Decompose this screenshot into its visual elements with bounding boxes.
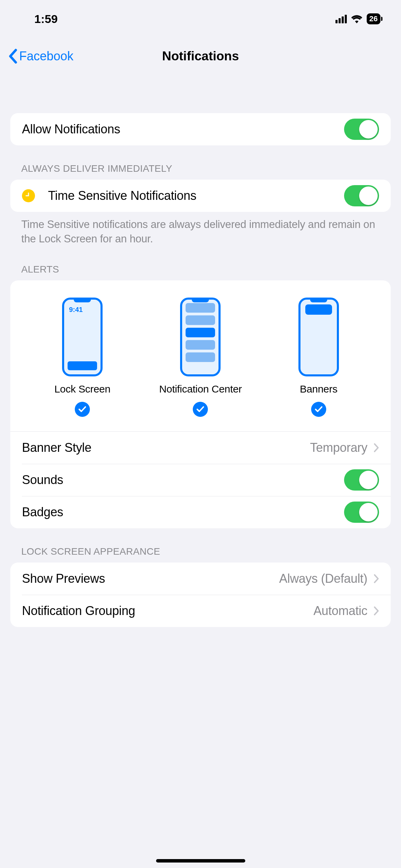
time-sensitive-label: Time Sensitive Notifications <box>48 189 196 203</box>
lock-screen-preview-time: 9:41 <box>69 306 83 314</box>
lock-screen-appearance-header: LOCK SCREEN APPEARANCE <box>10 528 391 563</box>
time-sensitive-row: Time Sensitive Notifications <box>10 180 391 212</box>
home-indicator[interactable] <box>156 859 245 863</box>
sounds-label: Sounds <box>22 473 63 487</box>
notification-center-preview-icon <box>180 298 221 376</box>
wifi-icon <box>351 14 363 23</box>
show-previews-row[interactable]: Show Previews Always (Default) <box>10 563 391 595</box>
status-bar: 1:59 26 <box>0 0 401 38</box>
status-indicators: 26 <box>335 13 380 24</box>
notification-center-option[interactable]: Notification Center <box>141 298 259 428</box>
badges-label: Badges <box>22 505 63 519</box>
alerts-header: ALERTS <box>10 246 391 280</box>
chevron-right-icon <box>374 574 379 583</box>
lock-screen-label: Lock Screen <box>54 383 110 395</box>
nav-bar: Facebook Notifications <box>0 38 401 75</box>
banners-preview-icon <box>298 298 339 376</box>
chevron-right-icon <box>374 606 379 616</box>
banner-style-label: Banner Style <box>22 441 92 455</box>
lock-screen-check-icon <box>75 402 90 417</box>
always-deliver-header: ALWAYS DELIVER IMMEDIATELY <box>10 145 391 180</box>
allow-notifications-label: Allow Notifications <box>22 122 120 136</box>
alert-style-options: 9:41 Lock Screen Notification Center <box>10 280 391 432</box>
badges-toggle[interactable] <box>344 502 379 523</box>
banners-option[interactable]: Banners <box>260 298 378 428</box>
banners-check-icon <box>311 402 326 417</box>
notification-center-label: Notification Center <box>159 383 242 395</box>
cellular-signal-icon <box>335 15 347 23</box>
time-sensitive-group: Time Sensitive Notifications <box>10 180 391 212</box>
notification-grouping-label: Notification Grouping <box>22 604 135 618</box>
back-label: Facebook <box>19 49 73 63</box>
page-title: Notifications <box>162 49 239 63</box>
time-sensitive-toggle[interactable] <box>344 185 379 206</box>
back-button[interactable]: Facebook <box>8 49 73 64</box>
sounds-row: Sounds <box>10 464 391 496</box>
time-sensitive-footer: Time Sensitive notifications are always … <box>10 212 391 246</box>
allow-notifications-group: Allow Notifications <box>10 113 391 145</box>
show-previews-label: Show Previews <box>22 571 105 586</box>
allow-notifications-toggle[interactable] <box>344 119 379 140</box>
sounds-toggle[interactable] <box>344 469 379 491</box>
badges-row: Badges <box>10 496 391 528</box>
battery-icon: 26 <box>367 13 380 24</box>
notification-center-check-icon <box>193 402 208 417</box>
chevron-left-icon <box>8 49 18 64</box>
banner-style-row[interactable]: Banner Style Temporary <box>10 432 391 464</box>
notification-grouping-row[interactable]: Notification Grouping Automatic <box>10 595 391 627</box>
alerts-group: 9:41 Lock Screen Notification Center <box>10 280 391 528</box>
lock-screen-appearance-group: Show Previews Always (Default) Notificat… <box>10 563 391 627</box>
lock-screen-preview-icon: 9:41 <box>62 298 103 376</box>
banner-style-value: Temporary <box>310 441 367 455</box>
allow-notifications-row: Allow Notifications <box>10 113 391 145</box>
clock-icon <box>22 189 35 202</box>
status-time: 1:59 <box>34 12 58 26</box>
chevron-right-icon <box>374 443 379 453</box>
notification-grouping-value: Automatic <box>314 604 367 618</box>
show-previews-value: Always (Default) <box>279 571 367 586</box>
banners-label: Banners <box>300 383 338 395</box>
lock-screen-option[interactable]: 9:41 Lock Screen <box>23 298 141 428</box>
